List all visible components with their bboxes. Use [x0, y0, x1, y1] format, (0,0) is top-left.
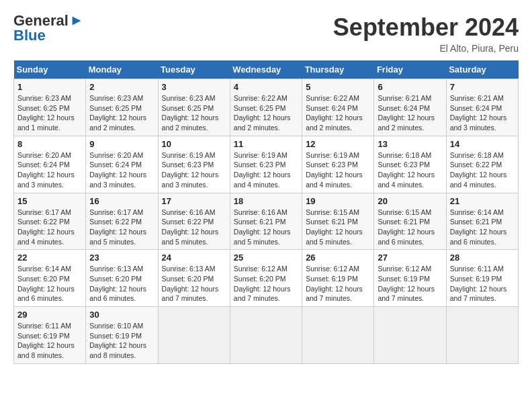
day-number: 22 [17, 253, 82, 263]
day-number: 24 [162, 253, 226, 263]
calendar-day-cell: 20 Sunrise: 6:15 AM Sunset: 6:21 PM Dayl… [374, 193, 446, 250]
day-info: Sunrise: 6:17 AM Sunset: 6:22 PM Dayligh… [17, 208, 82, 247]
day-number: 4 [234, 82, 298, 92]
calendar-week-row: 15 Sunrise: 6:17 AM Sunset: 6:22 PM Dayl… [14, 193, 519, 250]
day-number: 27 [378, 253, 442, 263]
day-info: Sunrise: 6:15 AM Sunset: 6:21 PM Dayligh… [306, 208, 370, 247]
day-info: Sunrise: 6:19 AM Sunset: 6:23 PM Dayligh… [306, 150, 370, 190]
calendar-day-cell: 28 Sunrise: 6:11 AM Sunset: 6:19 PM Dayl… [446, 250, 518, 307]
calendar-day-cell [302, 307, 374, 364]
calendar-day-cell: 12 Sunrise: 6:19 AM Sunset: 6:23 PM Dayl… [302, 136, 374, 193]
day-of-week-header: Sunday [14, 60, 86, 79]
calendar-day-cell: 22 Sunrise: 6:14 AM Sunset: 6:20 PM Dayl… [14, 250, 86, 307]
calendar-day-cell: 27 Sunrise: 6:12 AM Sunset: 6:19 PM Dayl… [374, 250, 446, 307]
calendar-day-cell [158, 307, 230, 364]
day-number: 20 [378, 196, 442, 206]
day-number: 5 [306, 82, 370, 92]
day-number: 26 [306, 253, 370, 263]
day-of-week-header: Saturday [446, 60, 518, 79]
calendar-day-cell: 18 Sunrise: 6:16 AM Sunset: 6:21 PM Dayl… [230, 193, 302, 250]
calendar-day-cell: 6 Sunrise: 6:21 AM Sunset: 6:24 PM Dayli… [374, 79, 446, 136]
day-number: 18 [234, 196, 298, 206]
calendar-day-cell: 2 Sunrise: 6:23 AM Sunset: 6:25 PM Dayli… [86, 79, 158, 136]
day-number: 15 [17, 196, 82, 206]
page-header: General Blue September 2024 El Alto, Piu… [13, 13, 519, 54]
calendar-week-row: 29 Sunrise: 6:11 AM Sunset: 6:19 PM Dayl… [14, 307, 519, 364]
day-info: Sunrise: 6:12 AM Sunset: 6:20 PM Dayligh… [234, 264, 298, 304]
day-info: Sunrise: 6:19 AM Sunset: 6:23 PM Dayligh… [234, 150, 298, 190]
calendar-day-cell: 5 Sunrise: 6:22 AM Sunset: 6:24 PM Dayli… [302, 79, 374, 136]
logo-blue: Blue [13, 28, 46, 43]
calendar-day-cell: 19 Sunrise: 6:15 AM Sunset: 6:21 PM Dayl… [302, 193, 374, 250]
calendar-day-cell: 15 Sunrise: 6:17 AM Sunset: 6:22 PM Dayl… [14, 193, 86, 250]
day-number: 7 [450, 82, 515, 92]
day-number: 12 [306, 139, 370, 149]
calendar-header: SundayMondayTuesdayWednesdayThursdayFrid… [14, 60, 519, 79]
day-number: 8 [17, 139, 82, 149]
calendar-day-cell: 11 Sunrise: 6:19 AM Sunset: 6:23 PM Dayl… [230, 136, 302, 193]
day-number: 11 [234, 139, 298, 149]
day-info: Sunrise: 6:14 AM Sunset: 6:21 PM Dayligh… [450, 208, 515, 247]
calendar-day-cell: 25 Sunrise: 6:12 AM Sunset: 6:20 PM Dayl… [230, 250, 302, 307]
calendar-day-cell: 7 Sunrise: 6:21 AM Sunset: 6:24 PM Dayli… [446, 79, 518, 136]
day-info: Sunrise: 6:13 AM Sunset: 6:20 PM Dayligh… [89, 264, 154, 304]
day-info: Sunrise: 6:12 AM Sunset: 6:19 PM Dayligh… [306, 264, 370, 304]
day-info: Sunrise: 6:13 AM Sunset: 6:20 PM Dayligh… [162, 264, 226, 304]
calendar-day-cell: 17 Sunrise: 6:16 AM Sunset: 6:22 PM Dayl… [158, 193, 230, 250]
day-of-week-header: Wednesday [230, 60, 302, 79]
day-of-week-header: Thursday [302, 60, 374, 79]
location-subtitle: El Alto, Piura, Peru [333, 43, 519, 54]
day-number: 6 [378, 82, 442, 92]
calendar-day-cell: 30 Sunrise: 6:10 AM Sunset: 6:19 PM Dayl… [86, 307, 158, 364]
day-info: Sunrise: 6:18 AM Sunset: 6:22 PM Dayligh… [450, 150, 515, 190]
day-info: Sunrise: 6:14 AM Sunset: 6:20 PM Dayligh… [17, 264, 82, 304]
calendar-day-cell: 29 Sunrise: 6:11 AM Sunset: 6:19 PM Dayl… [14, 307, 86, 364]
calendar-week-row: 8 Sunrise: 6:20 AM Sunset: 6:24 PM Dayli… [14, 136, 519, 193]
calendar-week-row: 1 Sunrise: 6:23 AM Sunset: 6:25 PM Dayli… [14, 79, 519, 136]
calendar-day-cell: 26 Sunrise: 6:12 AM Sunset: 6:19 PM Dayl… [302, 250, 374, 307]
day-number: 28 [450, 253, 515, 263]
logo-icon [70, 15, 83, 26]
day-number: 3 [162, 82, 226, 92]
calendar-week-row: 22 Sunrise: 6:14 AM Sunset: 6:20 PM Dayl… [14, 250, 519, 307]
calendar-day-cell [446, 307, 518, 364]
logo: General Blue [13, 13, 83, 43]
calendar-day-cell: 16 Sunrise: 6:17 AM Sunset: 6:22 PM Dayl… [86, 193, 158, 250]
calendar-day-cell: 14 Sunrise: 6:18 AM Sunset: 6:22 PM Dayl… [446, 136, 518, 193]
day-info: Sunrise: 6:15 AM Sunset: 6:21 PM Dayligh… [378, 208, 442, 247]
day-number: 9 [89, 139, 154, 149]
logo-general: General [13, 13, 69, 28]
day-number: 21 [450, 196, 515, 206]
day-info: Sunrise: 6:23 AM Sunset: 6:25 PM Dayligh… [89, 93, 154, 133]
month-title: September 2024 [333, 13, 519, 42]
day-info: Sunrise: 6:11 AM Sunset: 6:19 PM Dayligh… [17, 321, 82, 361]
calendar-body: 1 Sunrise: 6:23 AM Sunset: 6:25 PM Dayli… [14, 79, 519, 364]
day-number: 1 [17, 82, 82, 92]
day-info: Sunrise: 6:22 AM Sunset: 6:25 PM Dayligh… [234, 93, 298, 133]
day-of-week-header: Monday [86, 60, 158, 79]
day-info: Sunrise: 6:18 AM Sunset: 6:23 PM Dayligh… [378, 150, 442, 190]
day-info: Sunrise: 6:16 AM Sunset: 6:22 PM Dayligh… [162, 208, 226, 247]
title-block: September 2024 El Alto, Piura, Peru [333, 13, 519, 54]
calendar-day-cell: 3 Sunrise: 6:23 AM Sunset: 6:25 PM Dayli… [158, 79, 230, 136]
calendar-day-cell: 9 Sunrise: 6:20 AM Sunset: 6:24 PM Dayli… [86, 136, 158, 193]
day-info: Sunrise: 6:23 AM Sunset: 6:25 PM Dayligh… [17, 93, 82, 133]
day-number: 14 [450, 139, 515, 149]
day-number: 19 [306, 196, 370, 206]
day-of-week-header: Tuesday [158, 60, 230, 79]
day-info: Sunrise: 6:11 AM Sunset: 6:19 PM Dayligh… [450, 264, 515, 304]
day-info: Sunrise: 6:17 AM Sunset: 6:22 PM Dayligh… [89, 208, 154, 247]
day-info: Sunrise: 6:16 AM Sunset: 6:21 PM Dayligh… [234, 208, 298, 247]
calendar-day-cell: 13 Sunrise: 6:18 AM Sunset: 6:23 PM Dayl… [374, 136, 446, 193]
day-number: 30 [89, 310, 154, 320]
day-number: 2 [89, 82, 154, 92]
day-number: 17 [162, 196, 226, 206]
day-info: Sunrise: 6:20 AM Sunset: 6:24 PM Dayligh… [89, 150, 154, 190]
calendar-day-cell: 24 Sunrise: 6:13 AM Sunset: 6:20 PM Dayl… [158, 250, 230, 307]
day-number: 13 [378, 139, 442, 149]
day-info: Sunrise: 6:21 AM Sunset: 6:24 PM Dayligh… [450, 93, 515, 133]
day-number: 25 [234, 253, 298, 263]
calendar-day-cell [230, 307, 302, 364]
svg-marker-0 [73, 17, 81, 26]
day-info: Sunrise: 6:20 AM Sunset: 6:24 PM Dayligh… [17, 150, 82, 190]
